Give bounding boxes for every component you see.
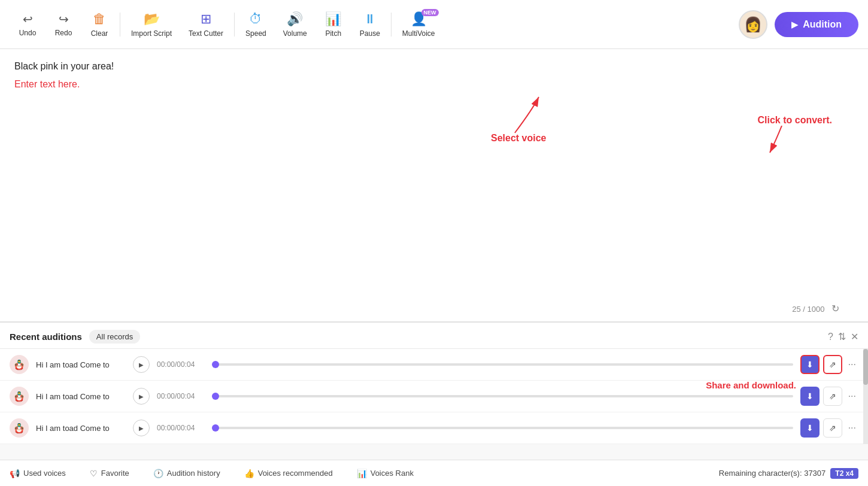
nav-voices-rank[interactable]: 📊 Voices Rank: [345, 469, 426, 478]
nav-used-voices[interactable]: 📢 Used voices: [10, 469, 78, 478]
clear-icon: 🗑: [93, 11, 106, 27]
help-button[interactable]: ?: [828, 332, 833, 342]
divider-2: [234, 13, 235, 37]
progress-bar-1[interactable]: [212, 363, 793, 366]
volume-button[interactable]: 🔊 Volume: [275, 7, 315, 42]
audition-history-icon: 🕐: [153, 469, 163, 478]
pause-button[interactable]: ⏸ Pause: [351, 7, 389, 42]
progress-dot-1[interactable]: [212, 361, 219, 368]
avatar-image: 👩: [744, 16, 762, 33]
time-display-1: 00:00/00:04: [157, 360, 205, 369]
refresh-icon[interactable]: ↻: [831, 303, 839, 314]
play-button-2[interactable]: ▶: [133, 388, 150, 405]
favorite-icon: ♡: [90, 469, 98, 478]
import-icon: 📂: [144, 11, 160, 27]
progress-dot-2[interactable]: [212, 393, 219, 400]
expand-button[interactable]: ⇅: [838, 331, 846, 342]
close-button[interactable]: ✕: [851, 331, 858, 342]
bottom-nav: 📢 Used voices ♡ Favorite 🕐 Audition hist…: [0, 460, 868, 486]
multivoice-button[interactable]: NEW 👤 MultiVoice: [394, 7, 444, 42]
annotation-select-voice: Select voice: [491, 133, 547, 144]
play-button-1[interactable]: ▶: [133, 356, 150, 373]
editor-placeholder: Enter text here.: [14, 79, 854, 90]
audition-title-2: Hi I am toad Come to: [36, 392, 126, 401]
more-button-2[interactable]: ···: [846, 388, 858, 404]
undo-button[interactable]: ↩ Undo: [10, 7, 45, 42]
play-icon: ▶: [791, 20, 798, 29]
voices-rank-icon: 📊: [357, 469, 367, 478]
scrollbar[interactable]: [863, 349, 868, 444]
nav-voices-recommended[interactable]: 👍 Voices recommended: [232, 469, 345, 478]
panel-actions: ? ⇅ ✕: [828, 331, 858, 342]
undo-icon: ↩: [23, 12, 33, 26]
voice-avatar-2: 🪆: [10, 387, 29, 406]
editor-area[interactable]: Black pink in your area! Enter text here…: [0, 49, 868, 322]
import-script-button[interactable]: 📂 Import Script: [123, 7, 180, 42]
editor-content-text: Black pink in your area!: [14, 61, 854, 72]
panel-header: Recent auditions All records ? ⇅ ✕: [0, 323, 868, 349]
share-button-1[interactable]: ⇗: [823, 355, 842, 374]
divider-1: [120, 13, 120, 37]
download-button-1[interactable]: ⬇: [800, 355, 820, 374]
progress-bar-2[interactable]: [212, 395, 793, 397]
audition-list: 🪆 Hi I am toad Come to ▶ 00:00/00:04 ⬇ ⇗…: [0, 349, 868, 444]
textcutter-icon: ⊞: [201, 11, 211, 27]
more-button-1[interactable]: ···: [846, 357, 858, 372]
time-display-3: 00:00/00:04: [157, 424, 205, 432]
action-btns-2: ⬇ ⇗ ···: [800, 387, 858, 406]
arrow-select-voice-svg: [479, 91, 551, 139]
progress-bar-3[interactable]: [212, 427, 793, 429]
play-button-3[interactable]: ▶: [133, 420, 150, 436]
scrollbar-thumb[interactable]: [863, 349, 868, 385]
pitch-button[interactable]: 📊 Pitch: [315, 7, 351, 42]
time-display-2: 00:00/00:04: [157, 392, 205, 400]
voice-avatar-3: 🪆: [10, 418, 29, 438]
char-count: 25 / 1000 ↻: [792, 303, 839, 314]
share-button-2[interactable]: ⇗: [823, 387, 842, 406]
pitch-icon: 📊: [325, 11, 341, 27]
used-voices-icon: 📢: [10, 469, 20, 478]
audition-title-1: Hi I am toad Come to: [36, 360, 126, 369]
toolbar: ↩ Undo ↪ Redo 🗑 Clear 📂 Import Script ⊞ …: [0, 0, 868, 49]
speed-button[interactable]: ⏱ Speed: [237, 7, 275, 42]
text-cutter-button[interactable]: ⊞ Text Cutter: [180, 7, 232, 42]
annotation-share-download: Share and download.: [706, 380, 796, 390]
action-btns-1: ⬇ ⇗ ···: [800, 355, 858, 374]
voice-avatar-1: 🪆: [10, 355, 29, 374]
nav-audition-history[interactable]: 🕐 Audition history: [141, 469, 232, 478]
panel-content: Share and download. 🪆 Hi I am toad Come …: [0, 349, 868, 444]
voices-recommended-icon: 👍: [244, 469, 254, 478]
divider-3: [391, 13, 391, 37]
chars-badge: T2 x4: [830, 468, 858, 479]
audition-title-3: Hi I am toad Come to: [36, 424, 126, 433]
download-button-2[interactable]: ⬇: [800, 387, 820, 406]
action-btns-3: ⬇ ⇗ ···: [800, 418, 858, 438]
toolbar-right: 👩 ▶ Audition: [739, 10, 858, 39]
share-button-3[interactable]: ⇗: [823, 418, 842, 438]
audition-button[interactable]: ▶ Audition: [775, 12, 858, 37]
redo-icon: ↪: [59, 12, 69, 26]
clear-button[interactable]: 🗑 Clear: [81, 7, 117, 42]
download-button-3[interactable]: ⬇: [800, 418, 820, 438]
voice-avatar-selector[interactable]: 👩: [739, 10, 767, 39]
more-button-3[interactable]: ···: [846, 420, 858, 436]
panel-title: Recent auditions: [10, 332, 82, 342]
arrow-click-convert-svg: [764, 126, 800, 156]
pause-icon: ⏸: [363, 11, 377, 27]
annotation-click-convert: Click to convert.: [758, 115, 832, 126]
all-records-button[interactable]: All records: [89, 330, 140, 344]
progress-dot-3[interactable]: [212, 424, 219, 432]
volume-icon: 🔊: [287, 11, 303, 27]
redo-button[interactable]: ↪ Redo: [45, 7, 81, 42]
nav-favorite[interactable]: ♡ Favorite: [78, 469, 141, 478]
remaining-chars: Remaining character(s): 37307 T2 x4: [719, 468, 858, 479]
audition-item: 🪆 Hi I am toad Come to ▶ 00:00/00:04 ⬇ ⇗…: [0, 349, 868, 381]
audition-item: 🪆 Hi I am toad Come to ▶ 00:00/00:04 ⬇ ⇗…: [0, 412, 868, 444]
speed-icon: ⏱: [249, 11, 262, 27]
